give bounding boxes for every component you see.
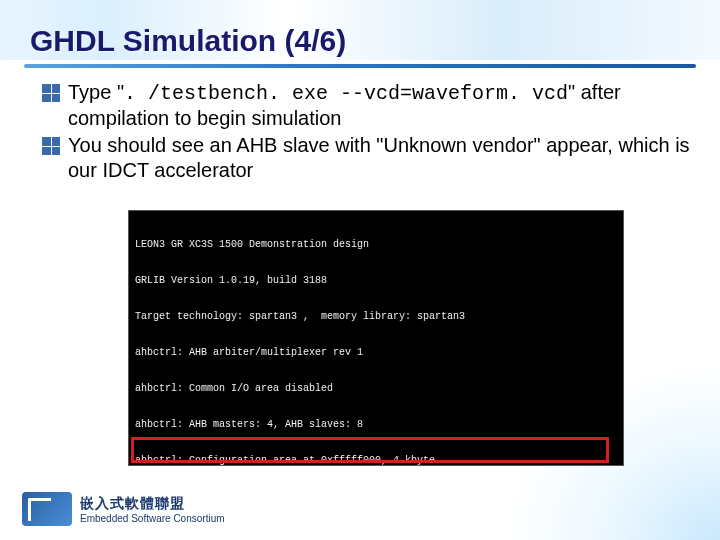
terminal-line: Target technology: spartan3 , memory lib… bbox=[135, 311, 617, 323]
command-text: . /testbench. exe --vcd=waveform. vcd bbox=[124, 82, 568, 105]
terminal-line: ahbctrl: Common I/O area disabled bbox=[135, 383, 617, 395]
terminal-line: ahbctrl: AHB masters: 4, AHB slaves: 8 bbox=[135, 419, 617, 431]
terminal-line: ahbctrl: Configuration area at 0xfffff00… bbox=[135, 455, 617, 466]
terminal-line: ahbctrl: AHB arbiter/multiplexer rev 1 bbox=[135, 347, 617, 359]
footer-logo: 嵌入式軟體聯盟 Embedded Software Consortium bbox=[22, 492, 225, 526]
terminal-line: LEON3 GR XC3S 1500 Demonstration design bbox=[135, 239, 617, 251]
bullet-item: Type ". /testbench. exe --vcd=waveform. … bbox=[42, 80, 690, 131]
bullet-icon bbox=[42, 137, 60, 155]
terminal-screenshot: LEON3 GR XC3S 1500 Demonstration design … bbox=[128, 210, 624, 466]
bullet-icon bbox=[42, 84, 60, 102]
bullet-text: You should see an AHB slave with "Unknow… bbox=[68, 133, 690, 183]
bullet-text: Type ". /testbench. exe --vcd=waveform. … bbox=[68, 80, 690, 131]
logo-text-cn: 嵌入式軟體聯盟 bbox=[80, 495, 225, 513]
logo-mark-icon bbox=[22, 492, 72, 526]
title-underline bbox=[24, 64, 696, 68]
bullet-pre: Type " bbox=[68, 81, 124, 103]
slide-title: GHDL Simulation (4/6) bbox=[30, 24, 346, 58]
bullet-item: You should see an AHB slave with "Unknow… bbox=[42, 133, 690, 183]
terminal-line: GRLIB Version 1.0.19, build 3188 bbox=[135, 275, 617, 287]
content-area: Type ". /testbench. exe --vcd=waveform. … bbox=[42, 80, 690, 185]
logo-text-en: Embedded Software Consortium bbox=[80, 513, 225, 524]
